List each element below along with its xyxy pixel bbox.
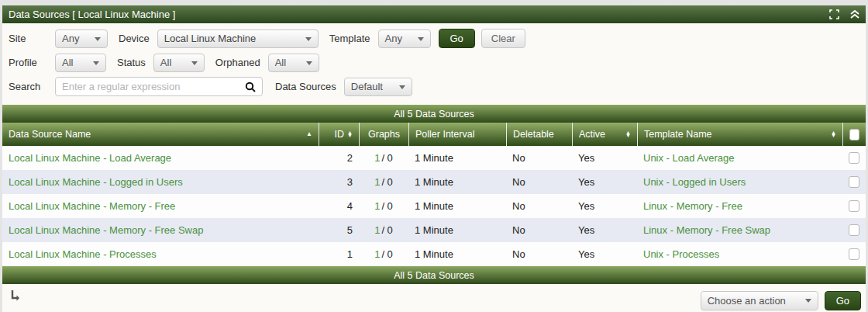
title-bar: Data Sources [ Local Linux Machine ] [2, 5, 866, 23]
column-header-name[interactable]: Data Source Name ▲ [2, 123, 319, 146]
chevron-down-icon [418, 37, 424, 41]
page-title: Data Sources [ Local Linux Machine ] [9, 9, 175, 20]
deletable-cell: No [506, 152, 572, 164]
data-sources-panel: Data Sources [ Local Linux Machine ] Sit… [2, 5, 866, 312]
table-body: Local Linux Machine - Load Average 2 1/ … [2, 146, 866, 266]
datasources-label: Data Sources [275, 81, 336, 92]
chevron-down-icon [805, 299, 811, 303]
id-cell: 2 [319, 152, 359, 164]
chevron-down-icon [93, 61, 99, 65]
data-source-link[interactable]: Local Linux Machine - Memory - Free [9, 200, 175, 212]
template-link[interactable]: Unix - Load Average [643, 152, 735, 164]
filter-row-1: Site Any Device Local Linux Machine Temp… [9, 26, 859, 50]
sort-both-icon: ▲▼ [831, 131, 836, 137]
template-link[interactable]: Unix - Logged in Users [643, 176, 746, 188]
profile-select[interactable]: All [55, 54, 106, 72]
graphs-count-link[interactable]: 1 [374, 152, 380, 164]
active-cell: Yes [572, 248, 637, 260]
deletable-cell: No [506, 200, 572, 212]
device-select[interactable]: Local Linux Machine [157, 29, 319, 48]
sort-both-icon: ▲▼ [625, 131, 631, 137]
row-checkbox[interactable] [849, 248, 859, 260]
filter-clear-button[interactable]: Clear [481, 29, 525, 48]
poller-interval-cell: 1 Minute [408, 152, 506, 164]
status-select[interactable]: All [153, 54, 205, 72]
device-label: Device [119, 33, 150, 44]
chevron-down-icon [191, 61, 198, 65]
column-header-id[interactable]: ID ▲▼ [319, 123, 359, 146]
row-checkbox[interactable] [849, 200, 859, 212]
table-row: Local Linux Machine - Processes 1 1/ 0 1… [2, 242, 866, 266]
deletable-cell: No [506, 248, 572, 260]
select-all-checkbox[interactable] [849, 129, 859, 140]
table-row: Local Linux Machine - Memory - Free Swap… [2, 218, 866, 242]
profile-label: Profile [9, 57, 47, 68]
column-header-poller-interval[interactable]: Poller Interval [408, 123, 506, 146]
graphs-cell: 1/ 0 [359, 200, 408, 212]
column-header-deletable[interactable]: Deletable [506, 123, 572, 146]
orphaned-label: Orphaned [215, 57, 260, 68]
chevron-down-icon [399, 85, 405, 89]
graphs-count-link[interactable]: 1 [374, 176, 380, 188]
template-label: Template [329, 33, 370, 44]
table-row: Local Linux Machine - Load Average 2 1/ … [2, 146, 866, 170]
id-cell: 5 [319, 224, 359, 236]
sort-asc-icon: ▲ [306, 131, 312, 137]
data-source-link[interactable]: Local Linux Machine - Memory - Free Swap [9, 224, 203, 236]
choose-action-select[interactable]: Choose an action [701, 291, 818, 310]
datasources-select[interactable]: Default [344, 78, 412, 96]
row-checkbox[interactable] [849, 176, 859, 188]
collapse-up-icon[interactable] [850, 9, 859, 19]
active-cell: Yes [572, 224, 637, 236]
active-cell: Yes [572, 152, 637, 164]
sort-both-icon: ▲▼ [347, 131, 353, 137]
column-header-active[interactable]: Active ▲▼ [572, 123, 637, 146]
search-input[interactable] [62, 81, 245, 92]
filter-go-button[interactable]: Go [439, 29, 475, 48]
graphs-count-link[interactable]: 1 [374, 200, 380, 212]
selection-arrow-icon [10, 289, 22, 304]
template-link[interactable]: Unix - Processes [643, 248, 719, 260]
graphs-cell: 1/ 0 [359, 248, 408, 260]
active-cell: Yes [572, 176, 637, 188]
graphs-count-link[interactable]: 1 [374, 248, 380, 260]
active-cell: Yes [572, 200, 637, 212]
column-header-template-name[interactable]: Template Name ▲▼ [637, 123, 842, 146]
fullscreen-icon[interactable] [829, 9, 839, 19]
select-all-checkbox-cell [842, 123, 866, 146]
search-label: Search [9, 81, 47, 92]
poller-interval-cell: 1 Minute [408, 176, 506, 188]
data-source-link[interactable]: Local Linux Machine - Load Average [9, 152, 171, 164]
id-cell: 1 [319, 248, 359, 260]
search-icon[interactable] [245, 81, 256, 92]
table-row: Local Linux Machine - Logged in Users 3 … [2, 170, 866, 194]
row-checkbox[interactable] [849, 152, 859, 164]
table-header: Data Source Name ▲ ID ▲▼ Graphs Poller I… [2, 123, 866, 146]
id-cell: 3 [319, 176, 359, 188]
template-link[interactable]: Linux - Memory - Free Swap [643, 224, 770, 236]
poller-interval-cell: 1 Minute [408, 200, 506, 212]
template-link[interactable]: Linux - Memory - Free [643, 200, 742, 212]
data-source-link[interactable]: Local Linux Machine - Logged in Users [9, 176, 183, 188]
id-cell: 4 [319, 200, 359, 212]
results-banner-top: All 5 Data Sources [2, 105, 866, 123]
chevron-down-icon [95, 37, 101, 41]
graphs-cell: 1/ 0 [359, 224, 408, 236]
filter-row-2: Profile All Status All Orphaned All [9, 50, 859, 75]
table-row: Local Linux Machine - Memory - Free 4 1/… [2, 194, 866, 218]
deletable-cell: No [506, 176, 572, 188]
row-checkbox[interactable] [849, 224, 859, 236]
action-go-button[interactable]: Go [825, 291, 861, 310]
column-header-graphs[interactable]: Graphs [359, 123, 408, 146]
filter-row-3: Search Data Sources Default [9, 75, 859, 99]
site-select[interactable]: Any [55, 29, 108, 48]
data-source-link[interactable]: Local Linux Machine - Processes [9, 248, 157, 260]
template-select[interactable]: Any [378, 29, 431, 48]
status-label: Status [117, 57, 146, 68]
chevron-down-icon [305, 37, 312, 41]
orphaned-select[interactable]: All [268, 54, 319, 72]
search-box [55, 77, 263, 96]
site-label: Site [9, 33, 47, 44]
poller-interval-cell: 1 Minute [408, 224, 506, 236]
graphs-count-link[interactable]: 1 [374, 224, 380, 236]
